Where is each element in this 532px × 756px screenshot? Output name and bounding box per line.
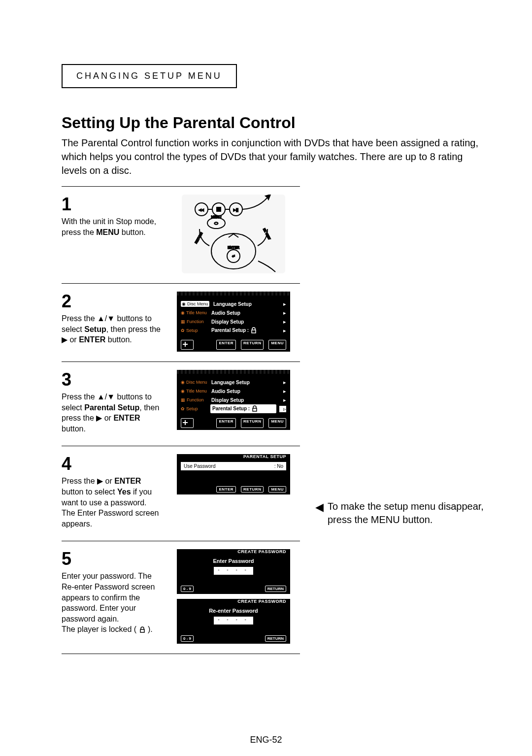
osd-reenter-password: CREATE PASSWORD Re-enter Password - - - … bbox=[177, 599, 290, 644]
section-tag: CHANGING SETUP MENU bbox=[62, 64, 237, 88]
svg-text:MENU: MENU bbox=[211, 215, 222, 219]
digits-hint: 0 - 9 bbox=[181, 586, 194, 592]
osd-setup: ✿Setup bbox=[181, 328, 207, 333]
step-number: 5 bbox=[62, 550, 162, 568]
chevron-right-icon: ▸ bbox=[279, 319, 286, 325]
osd-setup-menu: ◉Disc MenuLanguage Setup▸ ◉Title MenuAud… bbox=[177, 370, 290, 430]
osd-return: RETURN bbox=[241, 486, 264, 493]
skip-back-icon: ◂◂ bbox=[199, 207, 204, 212]
osd-item-selected: Parental Setup : bbox=[210, 404, 276, 413]
osd-row-label: Use Password bbox=[184, 463, 274, 469]
step-text: ). bbox=[146, 625, 153, 633]
chevron-right-icon: ▸ bbox=[279, 388, 286, 394]
step-number: 3 bbox=[62, 371, 162, 389]
right-icon: ▶ bbox=[97, 477, 103, 485]
lock-icon bbox=[251, 405, 258, 412]
right-icon: ▶ bbox=[62, 335, 67, 344]
osd-menu-btn: MENU bbox=[268, 340, 286, 350]
disc-icon: ◉ bbox=[181, 380, 185, 385]
chevron-right-icon: ▸ bbox=[279, 379, 286, 386]
step-bold: ENTER bbox=[114, 477, 141, 485]
osd-function: ▦Function bbox=[181, 397, 207, 402]
step-text: The player is locked ( bbox=[62, 625, 139, 633]
osd-enter: ENTER bbox=[216, 418, 236, 428]
password-input-display: - - - - bbox=[214, 567, 253, 575]
osd-item: Audio Setup bbox=[210, 310, 276, 316]
password-input-display: - - - - bbox=[214, 617, 253, 625]
osd-row-value: : No bbox=[274, 463, 283, 469]
svg-rect-2 bbox=[217, 207, 221, 211]
osd-menu-btn: MENU bbox=[268, 486, 286, 493]
chevron-right-icon: ▸ bbox=[279, 310, 286, 316]
svg-text:⬭: ⬭ bbox=[214, 221, 218, 226]
osd-function: ▦Function bbox=[181, 319, 207, 324]
osd-label: Enter Password bbox=[177, 555, 290, 565]
right-icon: ▶ bbox=[96, 414, 102, 422]
step-bold: Parental Setup bbox=[84, 403, 139, 412]
step-bold: MENU bbox=[96, 228, 119, 236]
lock-icon bbox=[250, 327, 257, 334]
osd-title-menu: ◉Title Menu bbox=[181, 310, 207, 315]
osd-item: Language Setup bbox=[212, 301, 276, 307]
step-bold: Yes bbox=[117, 488, 131, 496]
step-text: or bbox=[102, 414, 113, 422]
step-text: or bbox=[103, 477, 114, 485]
chevron-right-icon: ▸ bbox=[279, 301, 286, 307]
step-1: 1 With the unit in Stop mode, press the … bbox=[62, 186, 300, 283]
step-bold: ENTER bbox=[79, 335, 105, 344]
osd-setup: ✿Setup bbox=[181, 406, 207, 411]
up-down-icon: ▲/▼ bbox=[97, 314, 115, 323]
osd-create-password: CREATE PASSWORD Enter Password - - - - 0… bbox=[177, 549, 290, 594]
osd-return: RETURN bbox=[241, 418, 264, 428]
svg-text:ENTER: ENTER bbox=[228, 246, 239, 249]
up-down-icon: ▲/▼ bbox=[97, 393, 115, 401]
side-note: ▶ To make the setup menu disappear, pres… bbox=[315, 500, 502, 526]
osd-title: CREATE PASSWORD bbox=[177, 599, 290, 605]
gear-icon: ✿ bbox=[181, 406, 185, 411]
page-number: ENG-52 bbox=[0, 735, 532, 745]
osd-title: CREATE PASSWORD bbox=[177, 549, 290, 555]
disc-icon: ◉ bbox=[181, 389, 185, 394]
step-text: Enter your password. The Re-enter Passwo… bbox=[62, 572, 155, 623]
step-number: 1 bbox=[62, 196, 162, 213]
osd-disc-menu: ◉Disc Menu bbox=[181, 301, 209, 307]
osd-item: Language Setup bbox=[210, 380, 276, 385]
note-text: To make the setup menu disappear, press … bbox=[328, 500, 502, 526]
osd-enter: ENTER bbox=[216, 486, 236, 493]
osd-parental-setup: PARENTAL SETUP Use Password : No ENTERRE… bbox=[177, 454, 290, 494]
nav-pad-icon bbox=[181, 340, 194, 350]
note-arrow-icon: ▶ bbox=[315, 500, 324, 526]
disc-icon: ◉ bbox=[182, 301, 186, 306]
chevron-right-icon: ▹ bbox=[279, 406, 286, 412]
osd-menu-btn: MENU bbox=[268, 418, 286, 428]
osd-item: Display Setup bbox=[210, 397, 276, 403]
chevron-right-icon: ▸ bbox=[279, 397, 286, 403]
step-5: 5 Enter your password. The Re-enter Pass… bbox=[62, 541, 300, 654]
osd-setup-menu: ◉Disc MenuLanguage Setup▸ ◉Title MenuAud… bbox=[177, 292, 290, 352]
step-text: Press the bbox=[62, 314, 97, 323]
remote-diagram: ◂◂ ▸▮ MENU ⬭ ↵ ENTER RETUR bbox=[182, 195, 285, 273]
step-bold: Setup bbox=[84, 325, 106, 333]
intro-paragraph: The Parental Control function works in c… bbox=[62, 136, 488, 177]
step-text: button. bbox=[62, 425, 86, 433]
grid-icon: ▦ bbox=[181, 319, 185, 324]
step-text: , then press the bbox=[106, 325, 161, 333]
step-number: 2 bbox=[62, 293, 162, 310]
step-bold: ENTER bbox=[113, 414, 140, 422]
step-text: button to select bbox=[62, 488, 117, 496]
svg-text:EZ VIEW: EZ VIEW bbox=[263, 228, 271, 240]
nav-pad-icon bbox=[181, 418, 194, 428]
svg-point-9 bbox=[211, 233, 256, 269]
osd-return: RETURN bbox=[265, 586, 286, 592]
page-title: Setting Up the Parental Control bbox=[62, 114, 488, 132]
osd-return: RETURN bbox=[265, 635, 286, 642]
svg-text:↵: ↵ bbox=[232, 254, 235, 259]
step-text: Press the bbox=[62, 477, 97, 485]
osd-label: Re-enter Password bbox=[177, 605, 290, 615]
play-pause-icon: ▸▮ bbox=[233, 207, 238, 212]
step-3: 3 Press the ▲/▼ buttons to select Parent… bbox=[62, 362, 300, 446]
step-text: button. bbox=[119, 228, 145, 236]
osd-item: Display Setup bbox=[210, 319, 276, 325]
osd-item: Parental Setup : bbox=[210, 327, 276, 334]
osd-enter: ENTER bbox=[216, 340, 236, 350]
